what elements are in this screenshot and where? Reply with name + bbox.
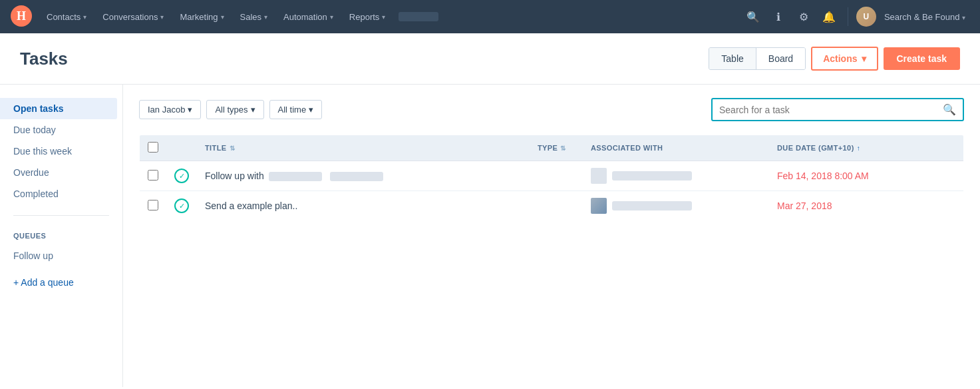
account-name[interactable]: Search & Be Found ▾ [880,12,969,22]
complete-task-icon[interactable]: ✓ [174,169,189,183]
task-body: Open tasks Due today Due this week Overd… [0,85,980,387]
tasks-table: TITLE ⇅ TYPE ⇅ ASSOCIATED WITH [139,135,964,221]
row-1-title-blurred-2 [330,172,383,181]
table-body: ✓ Follow up with [140,161,964,221]
sidebar-item-due-week[interactable]: Due this week [0,141,122,162]
assoc-name-1 [612,171,692,181]
search-input[interactable] [719,105,943,115]
nav-conversations[interactable]: Conversations ▾ [96,0,170,33]
sort-icon: ⇅ [230,145,235,152]
nav-marketing[interactable]: Marketing ▾ [173,0,230,33]
assoc-avatar-2 [591,198,607,214]
notifications-icon-button[interactable]: 🔔 [818,6,840,27]
row-2-title[interactable]: Send a example plan.. [205,200,297,211]
help-icon-button[interactable]: ℹ [768,6,789,27]
th-type[interactable]: TYPE ⇅ [530,135,583,161]
avatar[interactable]: U [856,7,876,27]
row-2-title-cell: Send a example plan.. [197,191,530,221]
row-1-title-blurred [269,172,322,181]
row-2-checkbox[interactable] [148,200,158,210]
sidebar-item-overdue[interactable]: Overdue [0,162,122,183]
type-filter-button[interactable]: All types ▾ [206,100,263,119]
row-1-title[interactable]: Follow up with [205,171,267,181]
row-1-status: ✓ [166,161,197,191]
search-icon-button[interactable]: 🔍 [742,6,764,27]
time-filter-button[interactable]: All time ▾ [269,100,323,119]
row-1-associated [583,161,769,191]
chevron-down-icon: ▾ [188,105,192,115]
add-queue-button[interactable]: + Add a queue [0,272,122,293]
task-main-area: Ian Jacob ▾ All types ▾ All time ▾ 🔍 [123,85,980,387]
chevron-down-icon: ▾ [251,105,255,115]
main-content: Tasks Table Board Actions ▾ Create task … [0,33,980,389]
sidebar-item-open-tasks[interactable]: Open tasks [0,98,117,119]
sidebar-item-completed[interactable]: Completed [0,183,122,204]
filters-row: Ian Jacob ▾ All types ▾ All time ▾ 🔍 [139,98,964,121]
sort-active-icon: ↑ [857,145,860,152]
row-2-checkbox-cell [140,191,167,221]
table-view-button[interactable]: Table [709,48,755,69]
chevron-down-icon: ▾ [962,14,965,21]
row-2-associated [583,191,769,221]
row-1-checkbox[interactable] [148,170,158,181]
view-toggle: Table Board [709,47,806,70]
svg-text:H: H [17,9,26,23]
queues-section-title: QUEUES [0,226,122,245]
settings-icon-button[interactable]: ⚙ [793,6,814,27]
top-navigation: H Contacts ▾ Conversations ▾ Marketing ▾… [0,0,980,33]
sidebar-divider [13,215,109,216]
nav-contacts[interactable]: Contacts ▾ [40,0,93,33]
nav-reports[interactable]: Reports ▾ [343,0,393,33]
sort-icon: ⇅ [560,145,566,152]
hubspot-logo[interactable]: H [11,5,37,29]
chevron-down-icon: ▾ [382,13,385,21]
table-header: TITLE ⇅ TYPE ⇅ ASSOCIATED WITH [140,135,964,161]
th-checkbox [140,135,167,161]
user-filter-button[interactable]: Ian Jacob ▾ [139,100,201,119]
complete-task-icon[interactable]: ✓ [174,198,189,213]
chevron-down-icon: ▾ [83,13,86,21]
assoc-name-2 [612,201,692,210]
sidebar: Open tasks Due today Due this week Overd… [0,85,123,387]
board-view-button[interactable]: Board [756,48,805,69]
table-row: ✓ Follow up with [140,161,964,191]
row-2-due-date: Mar 27, 2018 [769,191,964,221]
chevron-down-icon: ▾ [309,105,313,115]
row-1-title-cell: Follow up with [197,161,530,191]
row-1-type [530,161,583,191]
th-due-date[interactable]: DUE DATE (GMT+10) ↑ [769,135,964,161]
assoc-avatar-1 [591,168,607,184]
search-icon: 🔍 [943,103,956,116]
th-status [166,135,197,161]
page-header: Tasks Table Board Actions ▾ Create task [0,33,980,85]
chevron-down-icon: ▾ [221,13,224,21]
nav-blurred-item [399,12,438,21]
row-2-type [530,191,583,221]
nav-sales[interactable]: Sales ▾ [234,0,275,33]
sidebar-item-due-today[interactable]: Due today [0,119,122,141]
th-title[interactable]: TITLE ⇅ [197,135,530,161]
nav-automation[interactable]: Automation ▾ [277,0,340,33]
create-task-button[interactable]: Create task [884,47,961,70]
chevron-down-icon: ▾ [160,13,164,21]
search-box: 🔍 [711,98,964,121]
select-all-checkbox[interactable] [148,142,158,153]
th-associated: ASSOCIATED WITH [583,135,769,161]
row-2-status: ✓ [166,191,197,221]
chevron-down-icon: ▾ [862,53,866,64]
chevron-down-icon: ▾ [264,13,267,21]
row-1-due-date: Feb 14, 2018 8:00 AM [769,161,964,191]
nav-icon-group: 🔍 ℹ ⚙ 🔔 U Search & Be Found ▾ [742,6,969,27]
row-checkbox-cell [140,161,167,191]
page-title: Tasks [20,49,68,69]
sidebar-item-follow-up[interactable]: Follow up [0,245,122,266]
chevron-down-icon: ▾ [330,13,333,21]
actions-button[interactable]: Actions ▾ [811,47,878,71]
table-row: ✓ Send a example plan.. [140,191,964,221]
header-actions: Table Board Actions ▾ Create task [709,47,960,71]
nav-divider [848,7,848,26]
